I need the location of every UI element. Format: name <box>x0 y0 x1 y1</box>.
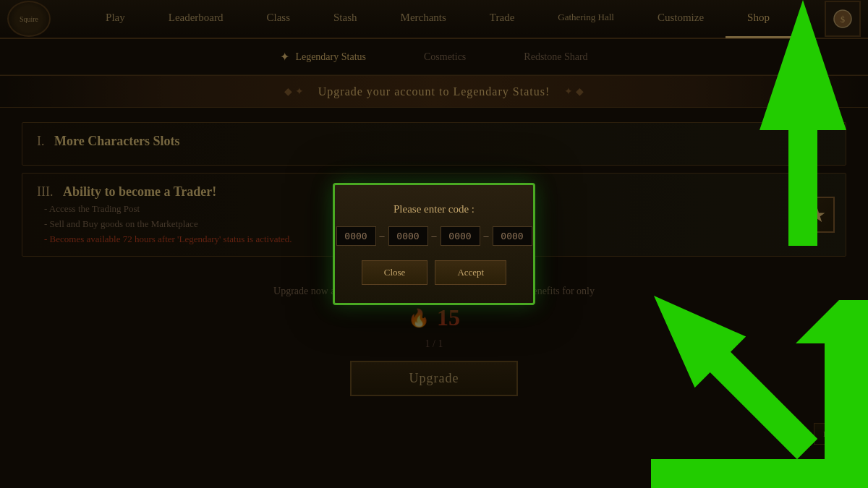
accept-button[interactable]: Accept <box>435 260 506 285</box>
code-separator-2: – <box>432 231 437 242</box>
enter-code-modal: Please enter code : – – – Close Accept <box>333 183 535 305</box>
modal-overlay: Please enter code : – – – Close Accept <box>0 0 868 488</box>
code-segment-1[interactable] <box>336 226 376 246</box>
code-segment-3[interactable] <box>441 226 480 246</box>
close-button[interactable]: Close <box>362 260 428 285</box>
code-segment-2[interactable] <box>388 226 428 246</box>
modal-title: Please enter code : <box>357 203 511 215</box>
code-segment-4[interactable] <box>493 226 532 246</box>
code-separator-3: – <box>484 231 489 242</box>
code-input-area: – – – <box>357 226 511 246</box>
code-separator-1: – <box>380 231 385 242</box>
modal-buttons: Close Accept <box>357 260 511 285</box>
